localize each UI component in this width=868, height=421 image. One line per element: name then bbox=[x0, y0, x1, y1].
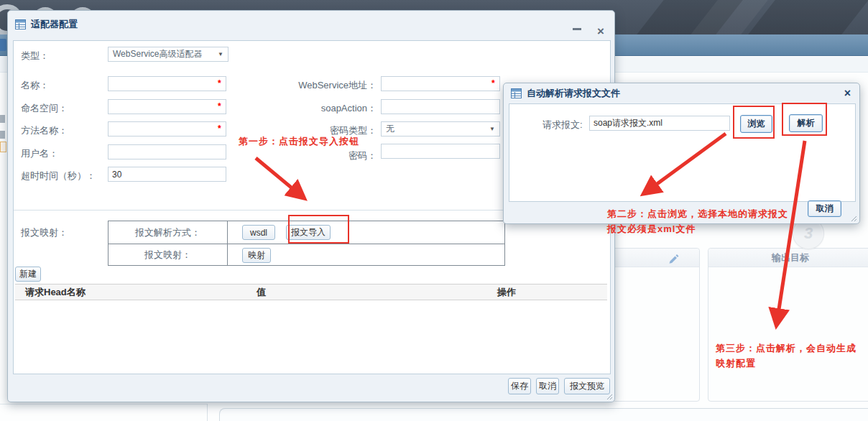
required-mark: * bbox=[491, 78, 495, 88]
resize-grip[interactable] bbox=[606, 393, 612, 399]
method-label: 方法名称： bbox=[21, 124, 68, 137]
cancel-button[interactable]: 取消 bbox=[808, 200, 841, 217]
save-button[interactable]: 保存 bbox=[508, 378, 531, 394]
dialog-icon bbox=[15, 19, 26, 29]
namespace-input[interactable] bbox=[108, 99, 226, 114]
panel-edit bbox=[612, 248, 700, 402]
auto-parse-dialog: 自动解析请求报文文件 × 请求报文: 浏览 解析 取消 bbox=[503, 83, 860, 224]
method-input[interactable] bbox=[108, 121, 226, 137]
type-select[interactable]: WebService高级适配器 ▼ bbox=[108, 47, 228, 62]
resize-grip[interactable] bbox=[850, 215, 857, 221]
dialog-titlebar[interactable]: 适配器配置 × bbox=[8, 11, 614, 38]
panel-output-target: 输出目标 bbox=[708, 248, 868, 402]
parse-button[interactable]: 解析 bbox=[789, 114, 823, 132]
ws-address-label: WebService地址： bbox=[272, 79, 377, 92]
password-type-label: 密码类型： bbox=[272, 124, 377, 137]
required-mark: * bbox=[218, 124, 221, 134]
parse-mode-label: 报文解析方式： bbox=[108, 221, 228, 244]
name-label: 名称： bbox=[21, 79, 49, 92]
soap-action-label: soapAction： bbox=[272, 102, 377, 115]
close-icon[interactable]: × bbox=[844, 87, 851, 100]
column-value: 值 bbox=[257, 286, 497, 299]
background-container-edge bbox=[219, 408, 868, 421]
request-message-input[interactable] bbox=[589, 116, 730, 131]
sidebar-field bbox=[0, 142, 6, 152]
username-input[interactable] bbox=[108, 144, 226, 159]
soap-action-input[interactable] bbox=[381, 99, 500, 114]
dialog-title: 自动解析请求报文文件 bbox=[527, 87, 620, 100]
cancel-button[interactable]: 取消 bbox=[536, 378, 559, 394]
dialog-content: 请求报文: 浏览 解析 bbox=[509, 103, 856, 202]
sidebar-icon bbox=[0, 115, 5, 123]
divider bbox=[0, 404, 207, 404]
column-actions: 操作 bbox=[497, 286, 607, 299]
banner-decor bbox=[748, 0, 868, 34]
new-button[interactable]: 新建 bbox=[15, 267, 41, 282]
mapping-row-label: 报文映射： bbox=[108, 244, 228, 266]
wsdl-button[interactable]: wsdl bbox=[242, 225, 275, 240]
password-input[interactable] bbox=[381, 144, 500, 159]
name-input[interactable] bbox=[108, 76, 226, 91]
type-select-value: WebService高级适配器 bbox=[113, 48, 202, 60]
type-label: 类型： bbox=[21, 50, 49, 63]
request-message-label: 请求报文: bbox=[542, 119, 583, 131]
parse-mode-row: 报文解析方式： wsdl 报文导入 bbox=[108, 221, 504, 244]
username-label: 用户名： bbox=[21, 147, 58, 160]
mapping-section-label: 报文映射： bbox=[21, 226, 68, 239]
dialog-title: 适配器配置 bbox=[31, 18, 78, 31]
required-mark: * bbox=[218, 78, 221, 88]
required-mark: * bbox=[218, 101, 221, 111]
timeout-input[interactable] bbox=[108, 167, 226, 182]
dialog-icon bbox=[511, 88, 522, 98]
timeout-label: 超时时间（秒）： bbox=[21, 170, 96, 182]
message-import-button[interactable]: 报文导入 bbox=[286, 225, 331, 240]
chevron-down-icon: ▼ bbox=[218, 51, 223, 57]
close-icon[interactable]: × bbox=[597, 24, 604, 39]
request-head-table-header: 请求Head名称 值 操作 bbox=[15, 284, 607, 300]
password-type-select[interactable]: 无 ▼ bbox=[381, 121, 500, 137]
password-type-value: 无 bbox=[386, 123, 394, 135]
message-preview-button[interactable]: 报文预览 bbox=[564, 378, 610, 394]
ws-address-input[interactable] bbox=[381, 76, 500, 91]
mapping-row: 报文映射： 映射 bbox=[108, 244, 504, 266]
dialog-titlebar[interactable]: 自动解析请求报文文件 × bbox=[504, 83, 859, 103]
output-target-title: 输出目标 bbox=[708, 249, 868, 267]
sidebar-icon bbox=[0, 131, 5, 139]
divider bbox=[207, 404, 208, 421]
sidebar-icon bbox=[0, 39, 6, 51]
minimize-button[interactable] bbox=[573, 28, 581, 30]
namespace-label: 命名空间： bbox=[21, 102, 68, 115]
pencil-icon[interactable] bbox=[668, 252, 679, 264]
map-button[interactable]: 映射 bbox=[242, 248, 271, 263]
password-label: 密码： bbox=[272, 149, 377, 162]
chevron-down-icon: ▼ bbox=[489, 126, 495, 132]
browse-button[interactable]: 浏览 bbox=[740, 115, 772, 133]
mapping-table: 报文解析方式： wsdl 报文导入 报文映射： 映射 bbox=[108, 221, 505, 266]
column-head-name: 请求Head名称 bbox=[15, 286, 257, 299]
